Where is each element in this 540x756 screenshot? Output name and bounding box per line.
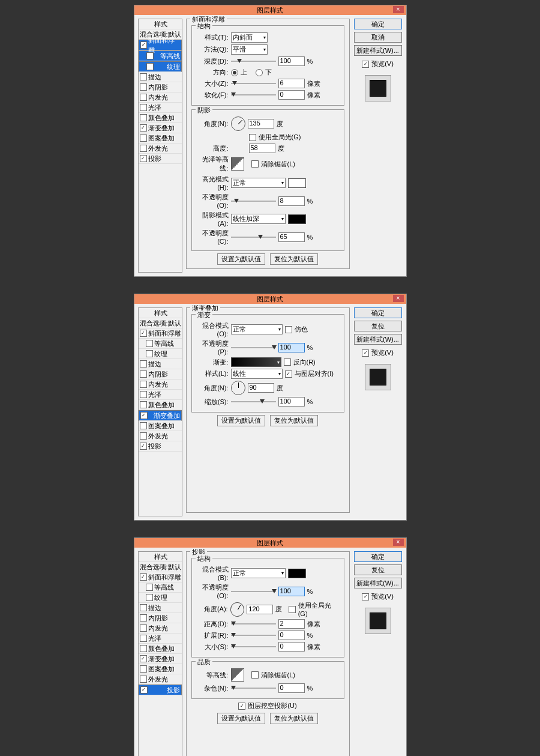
close-icon[interactable]: × [393, 539, 404, 546]
checkbox-icon[interactable] [140, 83, 147, 91]
gradient-picker[interactable]: ▾ [231, 357, 281, 367]
reset-default-button[interactable]: 复位为默认值 [270, 253, 318, 265]
preview-checkbox[interactable] [362, 593, 369, 600]
style-texture[interactable]: 纹理 [139, 61, 182, 72]
opacity-slider[interactable] [231, 345, 276, 351]
style-contour[interactable]: 等高线 [139, 50, 182, 61]
highlight-opacity-slider[interactable] [231, 198, 276, 204]
opacity-input[interactable]: 100 [278, 587, 305, 596]
style-bevel[interactable]: 斜面和浮雕 [139, 572, 182, 582]
reset-default-button[interactable]: 复位为默认值 [270, 713, 318, 724]
checkbox-icon[interactable] [140, 645, 147, 652]
depth-slider[interactable] [231, 58, 276, 64]
antialias-checkbox[interactable] [251, 671, 259, 679]
shadow-color-swatch[interactable] [288, 214, 306, 224]
style-stroke[interactable]: 描边 [139, 72, 182, 82]
soften-input[interactable]: 0 [278, 90, 305, 100]
checkbox-icon[interactable] [140, 624, 147, 632]
style-color-overlay[interactable]: 颜色叠加 [139, 113, 182, 123]
checkbox-icon[interactable] [140, 614, 147, 621]
preview-checkbox[interactable] [362, 61, 369, 68]
gradient-style-select[interactable]: 线性▾ [231, 369, 283, 379]
scale-input[interactable]: 100 [278, 397, 305, 407]
style-pattern-overlay[interactable]: 图案叠加 [139, 664, 182, 674]
dither-checkbox[interactable] [285, 326, 292, 333]
style-inner-glow[interactable]: 内发光 [139, 380, 182, 390]
checkbox-icon[interactable] [140, 655, 147, 662]
checkbox-icon[interactable] [140, 94, 147, 101]
checkbox-icon[interactable] [140, 665, 147, 673]
style-bevel[interactable]: 斜面和浮雕 [139, 40, 182, 50]
style-drop-shadow[interactable]: 投影 [139, 154, 182, 164]
style-drop-shadow[interactable]: 投影 [139, 441, 182, 452]
dir-up-radio[interactable] [231, 69, 238, 76]
new-style-button[interactable]: 新建样式(W)... [354, 578, 402, 588]
checkbox-icon[interactable] [146, 594, 153, 601]
titlebar[interactable]: 图层样式 × [134, 538, 406, 548]
checkbox-icon[interactable] [140, 676, 147, 683]
checkbox-icon[interactable] [140, 381, 147, 388]
blend-mode-select[interactable]: 正常▾ [231, 568, 286, 578]
checkbox-icon[interactable] [140, 155, 147, 162]
checkbox-icon[interactable] [140, 104, 147, 111]
checkbox-icon[interactable] [140, 135, 147, 142]
reverse-checkbox[interactable] [284, 358, 291, 366]
style-outer-glow[interactable]: 外发光 [139, 431, 182, 441]
angle-dial[interactable] [231, 116, 245, 131]
checkbox-icon[interactable] [140, 573, 147, 581]
shadow-color-swatch[interactable] [288, 569, 306, 578]
checkbox-icon[interactable] [146, 52, 154, 59]
highlight-mode-select[interactable]: 正常▾ [231, 178, 286, 188]
highlight-opacity-input[interactable]: 8 [278, 196, 305, 206]
altitude-input[interactable]: 58 [249, 144, 275, 153]
distance-input[interactable]: 2 [278, 619, 305, 629]
style-stroke[interactable]: 描边 [139, 603, 182, 613]
ok-button[interactable]: 确定 [354, 19, 402, 29]
checkbox-icon[interactable] [140, 443, 147, 450]
style-gradient-overlay[interactable]: 渐变叠加 [139, 123, 182, 133]
blend-mode-select[interactable]: 正常▾ [231, 324, 283, 334]
style-inner-shadow[interactable]: 内阴影 [139, 369, 182, 380]
titlebar[interactable]: 图层样式 × [134, 5, 406, 15]
ok-button[interactable]: 确定 [354, 551, 402, 562]
size-input[interactable]: 6 [278, 79, 305, 88]
style-texture[interactable]: 纹理 [139, 349, 182, 359]
new-style-button[interactable]: 新建样式(W)... [354, 45, 402, 56]
reset-default-button[interactable]: 复位为默认值 [270, 415, 318, 426]
angle-dial[interactable] [231, 381, 245, 395]
checkbox-icon[interactable] [146, 350, 153, 357]
checkbox-icon[interactable] [140, 145, 147, 152]
size-input[interactable]: 0 [278, 642, 305, 652]
style-drop-shadow[interactable]: 投影 [139, 685, 182, 695]
noise-slider[interactable] [231, 685, 276, 691]
global-light-checkbox[interactable] [289, 606, 296, 613]
highlight-color-swatch[interactable] [288, 178, 306, 188]
make-default-button[interactable]: 设置为默认值 [217, 713, 265, 724]
global-light-checkbox[interactable] [249, 134, 256, 141]
dir-down-radio[interactable] [256, 69, 263, 76]
style-pattern-overlay[interactable]: 图案叠加 [139, 133, 182, 144]
checkbox-icon[interactable] [140, 422, 147, 429]
technique-select[interactable]: 平滑▾ [231, 44, 268, 55]
blend-options[interactable]: 混合选项:默认 [139, 562, 182, 572]
style-gradient-overlay[interactable]: 渐变叠加 [139, 410, 182, 421]
scale-slider[interactable] [231, 399, 276, 405]
spread-slider[interactable] [231, 632, 276, 638]
shadow-opacity-input[interactable]: 65 [278, 232, 305, 242]
checkbox-icon[interactable] [140, 401, 147, 408]
angle-input[interactable]: 90 [248, 383, 274, 393]
size-slider[interactable] [231, 644, 276, 650]
checkbox-icon[interactable] [146, 63, 154, 70]
style-color-overlay[interactable]: 颜色叠加 [139, 400, 182, 410]
checkbox-icon[interactable] [140, 412, 148, 419]
style-color-overlay[interactable]: 颜色叠加 [139, 644, 182, 654]
checkbox-icon[interactable] [140, 686, 148, 694]
shadow-mode-select[interactable]: 线性加深▾ [231, 214, 286, 224]
spread-input[interactable]: 0 [278, 631, 305, 640]
style-select[interactable]: 内斜面▾ [231, 32, 268, 43]
checkbox-icon[interactable] [140, 432, 147, 440]
close-icon[interactable]: × [393, 295, 404, 302]
reset-button[interactable]: 复位 [354, 564, 402, 575]
antialias-checkbox[interactable] [251, 160, 259, 168]
soften-slider[interactable] [231, 92, 276, 98]
